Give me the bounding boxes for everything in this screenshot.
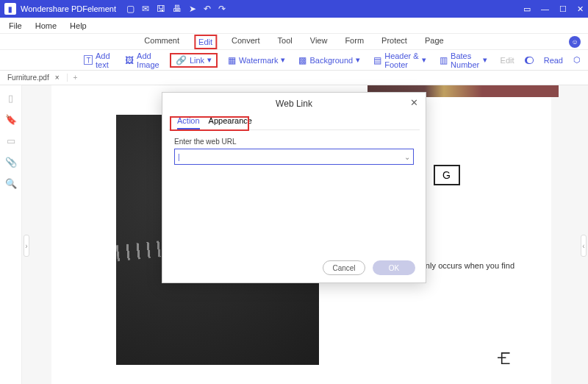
- chevron-down-icon: ▾: [207, 55, 212, 65]
- header-footer-icon: ▤: [373, 55, 381, 65]
- quick-access-toolbar: ▢ ✉ 🖫 🖶 ➤ ↶ ↷: [126, 4, 226, 14]
- document-tab[interactable]: Furniture.pdf ×: [0, 74, 68, 82]
- menu-home[interactable]: Home: [35, 21, 57, 30]
- window-collapse-icon[interactable]: ▭: [523, 4, 531, 14]
- mode-read-label: Read: [541, 54, 566, 66]
- chevron-down-icon: ▾: [422, 55, 426, 65]
- dialog-body: Enter the web URL | ⌄: [162, 130, 426, 253]
- app-logo-icon: ▮: [4, 3, 16, 15]
- bates-icon: ▥: [440, 55, 448, 65]
- left-sidebar: ▯ 🔖 ▭ 📎 🔍: [0, 85, 22, 384]
- tab-view[interactable]: View: [307, 35, 331, 49]
- share-icon[interactable]: ➤: [189, 4, 196, 14]
- url-input[interactable]: | ⌄: [174, 149, 414, 165]
- bookmarks-icon[interactable]: 🔖: [5, 114, 17, 125]
- left-panel-handle[interactable]: ›: [24, 235, 29, 257]
- edit-read-toggle[interactable]: [525, 57, 534, 64]
- ok-button[interactable]: OK: [373, 260, 415, 275]
- watermark-button[interactable]: ▦Watermark▾: [225, 54, 288, 67]
- tab-form[interactable]: Form: [342, 35, 367, 49]
- document-tabs: Furniture.pdf × +: [0, 71, 588, 85]
- title-bar: ▮ Wondershare PDFelement ▢ ✉ 🖫 🖶 ➤ ↶ ↷ ▭…: [0, 0, 588, 18]
- mode-edit-label: Edit: [498, 54, 517, 66]
- document-tab-label: Furniture.pdf: [7, 74, 49, 82]
- menu-help[interactable]: Help: [70, 21, 87, 30]
- app-title: Wondershare PDFelement: [21, 4, 116, 13]
- image-icon: 🖼: [125, 55, 134, 65]
- settings-gear-icon[interactable]: ⬡: [573, 55, 581, 65]
- edit-toolbar: 🅃Add text 🖼Add Image 🔗Link▾ ▦Watermark▾ …: [0, 50, 588, 71]
- chevron-down-icon[interactable]: ⌄: [404, 153, 410, 161]
- dialog-close-button[interactable]: ✕: [410, 97, 418, 108]
- undo-icon[interactable]: ↶: [204, 4, 211, 14]
- link-button[interactable]: 🔗Link▾: [170, 53, 218, 68]
- tab-protect[interactable]: Protect: [379, 35, 410, 49]
- dialog-tab-action[interactable]: Action: [177, 116, 200, 129]
- new-tab-button[interactable]: +: [68, 74, 84, 82]
- chevron-down-icon: ▾: [483, 55, 487, 65]
- right-panel-handle[interactable]: ‹: [581, 235, 587, 257]
- chevron-down-icon: ▾: [281, 55, 285, 65]
- header-footer-button[interactable]: ▤Header & Footer▾: [370, 50, 429, 71]
- window-maximize-icon[interactable]: ☐: [559, 4, 567, 14]
- cancel-button[interactable]: Cancel: [323, 260, 365, 275]
- user-avatar-icon[interactable]: ☺: [569, 36, 581, 48]
- dialog-title: Web Link: [162, 93, 426, 112]
- add-image-button[interactable]: 🖼Add Image: [122, 50, 162, 71]
- window-close-icon[interactable]: ✕: [577, 4, 584, 14]
- url-input-value: |: [178, 153, 180, 161]
- dialog-footer: Cancel OK: [162, 253, 426, 282]
- tab-edit[interactable]: Edit: [194, 35, 217, 49]
- watermark-icon: ▦: [228, 55, 236, 65]
- background-button[interactable]: ▩Background▾: [295, 54, 363, 67]
- print-icon[interactable]: 🖶: [173, 4, 182, 14]
- save-icon[interactable]: 🖫: [157, 4, 165, 14]
- open-icon[interactable]: ▢: [126, 4, 135, 14]
- menu-bar: File Home Help: [0, 18, 588, 34]
- chair-icon: 🝗: [495, 346, 514, 369]
- mail-icon[interactable]: ✉: [142, 4, 149, 14]
- text-icon: 🅃: [84, 55, 93, 65]
- window-controls: ▭ — ☐ ✕: [523, 4, 584, 14]
- close-tab-icon[interactable]: ×: [55, 74, 60, 82]
- url-field-label: Enter the web URL: [174, 138, 414, 146]
- tab-comment[interactable]: Comment: [141, 35, 182, 49]
- redo-icon[interactable]: ↷: [218, 4, 226, 14]
- thumbnails-icon[interactable]: ▯: [8, 93, 13, 104]
- web-link-dialog: Web Link ✕ Action Appearance Enter the w…: [162, 92, 426, 283]
- tab-page[interactable]: Page: [422, 35, 447, 49]
- attachments-icon[interactable]: 📎: [5, 157, 17, 168]
- ribbon-tabs: Comment Edit Convert Tool View Form Prot…: [0, 34, 588, 50]
- window-minimize-icon[interactable]: —: [541, 4, 549, 14]
- search-icon[interactable]: 🔍: [5, 178, 17, 189]
- bates-number-button[interactable]: ▥Bates Number▾: [437, 50, 490, 71]
- dialog-tab-appearance[interactable]: Appearance: [209, 116, 252, 129]
- background-icon: ▩: [298, 55, 306, 65]
- chevron-down-icon: ▾: [356, 55, 360, 65]
- add-text-button[interactable]: 🅃Add text: [81, 50, 115, 71]
- tab-tool[interactable]: Tool: [275, 35, 295, 49]
- page-heading-box: G: [434, 165, 460, 185]
- dialog-tabs: Action Appearance: [168, 112, 420, 130]
- tab-convert[interactable]: Convert: [229, 35, 263, 49]
- comments-icon[interactable]: ▭: [7, 135, 15, 146]
- menu-file[interactable]: File: [9, 21, 22, 30]
- link-icon: 🔗: [176, 55, 187, 65]
